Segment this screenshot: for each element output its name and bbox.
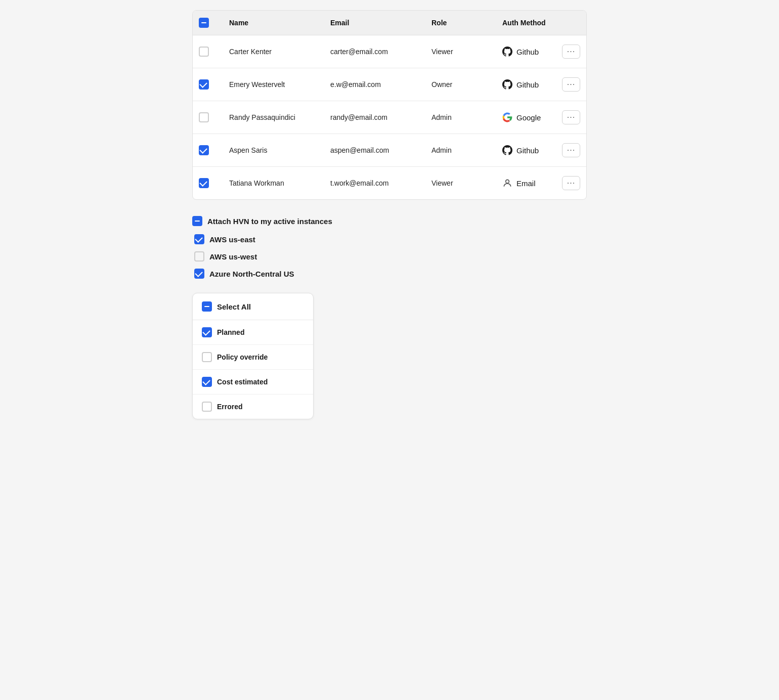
row-2-checkbox[interactable]	[199, 79, 209, 90]
attach-hvn-label: Attach HVN to my active instances	[207, 217, 332, 226]
row-1-auth-label: Github	[516, 48, 539, 56]
user-table: Name Email Role Auth Method Carter Kente…	[192, 10, 587, 200]
table-row: Carter Kenter carter@email.com Viewer Gi…	[193, 35, 586, 68]
github-icon	[502, 145, 512, 155]
list-item: AWS us-west	[194, 251, 587, 261]
row-1-name: Carter Kenter	[229, 48, 330, 56]
svg-point-0	[506, 180, 509, 183]
table-row: Randy Passaquindici randy@email.com Admi…	[193, 101, 586, 134]
filter-2-label: Policy override	[217, 353, 268, 361]
row-5-email: t.work@email.com	[330, 179, 431, 187]
row-1-auth: Github	[502, 47, 555, 57]
row-4-checkbox[interactable]	[199, 145, 209, 155]
filter-3-checkbox[interactable]	[202, 377, 212, 387]
select-all-header: Select All	[193, 293, 313, 320]
row-2-auth-label: Github	[516, 80, 539, 89]
list-item: Azure North-Central US	[194, 269, 587, 279]
row-3-role: Admin	[431, 113, 502, 121]
github-icon	[502, 47, 512, 57]
row-1-more-button[interactable]: ···	[562, 45, 580, 59]
row-5-auth: Email	[502, 178, 555, 188]
instance-list: AWS us-east AWS us-west Azure North-Cent…	[192, 234, 587, 279]
table-row: Tatiana Workman t.work@email.com Viewer …	[193, 167, 586, 199]
row-4-name: Aspen Saris	[229, 146, 330, 154]
col-auth: Auth Method	[502, 19, 555, 27]
list-item: Policy override	[193, 345, 313, 370]
row-2-more-button[interactable]: ···	[562, 77, 580, 92]
instance-3-checkbox[interactable]	[194, 269, 204, 279]
row-2-role: Owner	[431, 80, 502, 89]
row-3-more-button[interactable]: ···	[562, 110, 580, 124]
row-2-name: Emery Westervelt	[229, 80, 330, 89]
row-5-role: Viewer	[431, 179, 502, 187]
row-4-more-button[interactable]: ···	[562, 143, 580, 157]
col-role: Role	[431, 19, 502, 27]
row-5-more-button[interactable]: ···	[562, 176, 580, 190]
list-item: Planned	[193, 320, 313, 345]
row-1-email: carter@email.com	[330, 48, 431, 56]
filter-3-label: Cost estimated	[217, 378, 268, 386]
row-2-auth: Github	[502, 79, 555, 90]
instance-1-label: AWS us-east	[209, 235, 255, 244]
list-item: Cost estimated	[193, 370, 313, 395]
row-4-auth-label: Github	[516, 146, 539, 155]
main-container: Name Email Role Auth Method Carter Kente…	[192, 10, 587, 419]
instance-1-checkbox[interactable]	[194, 234, 204, 244]
attach-hvn-title: Attach HVN to my active instances	[192, 216, 587, 226]
row-3-auth-label: Google	[516, 113, 541, 122]
table-row: Aspen Saris aspen@email.com Admin Github…	[193, 134, 586, 167]
table-header: Name Email Role Auth Method	[193, 11, 586, 35]
row-1-role: Viewer	[431, 48, 502, 56]
instance-3-label: Azure North-Central US	[209, 270, 294, 278]
col-email: Email	[330, 19, 431, 27]
row-2-email: e.w@email.com	[330, 80, 431, 89]
select-all-label: Select All	[217, 302, 251, 311]
attach-hvn-section: Attach HVN to my active instances AWS us…	[192, 216, 587, 279]
filter-4-label: Errored	[217, 403, 243, 411]
instance-2-label: AWS us-west	[209, 252, 257, 261]
col-name: Name	[229, 19, 330, 27]
attach-hvn-checkbox[interactable]	[192, 216, 202, 226]
row-4-auth: Github	[502, 145, 555, 155]
filter-2-checkbox[interactable]	[202, 352, 212, 362]
row-1-checkbox[interactable]	[199, 47, 209, 57]
row-5-auth-label: Email	[516, 179, 536, 188]
github-icon	[502, 79, 512, 90]
header-checkbox[interactable]	[199, 18, 209, 28]
instance-2-checkbox[interactable]	[194, 251, 204, 261]
filter-1-label: Planned	[217, 328, 244, 336]
google-icon	[502, 112, 512, 122]
filter-1-checkbox[interactable]	[202, 327, 212, 337]
row-3-auth: Google	[502, 112, 555, 122]
select-all-checkbox[interactable]	[202, 301, 212, 312]
row-5-checkbox[interactable]	[199, 178, 209, 188]
table-row: Emery Westervelt e.w@email.com Owner Git…	[193, 68, 586, 101]
row-3-email: randy@email.com	[330, 113, 431, 121]
email-person-icon	[502, 178, 512, 188]
row-4-role: Admin	[431, 146, 502, 154]
row-3-name: Randy Passaquindici	[229, 113, 330, 121]
list-item: AWS us-east	[194, 234, 587, 244]
row-4-email: aspen@email.com	[330, 146, 431, 154]
select-all-card: Select All Planned Policy override Cost …	[192, 293, 314, 419]
filter-4-checkbox[interactable]	[202, 402, 212, 412]
list-item: Errored	[193, 395, 313, 419]
filter-list: Planned Policy override Cost estimated E…	[193, 320, 313, 419]
row-3-checkbox[interactable]	[199, 112, 209, 122]
row-5-name: Tatiana Workman	[229, 179, 330, 187]
